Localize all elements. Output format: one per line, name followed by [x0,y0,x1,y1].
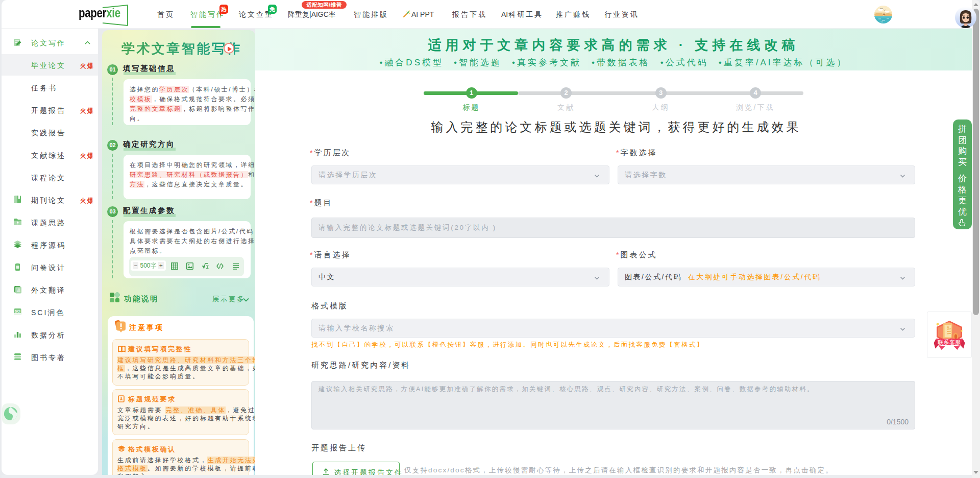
svg-text:SCI: SCI [15,309,20,313]
svg-text:¥: ¥ [947,326,949,329]
svg-text:联系客服: 联系客服 [938,339,961,345]
svg-text:译: 译 [16,288,20,293]
